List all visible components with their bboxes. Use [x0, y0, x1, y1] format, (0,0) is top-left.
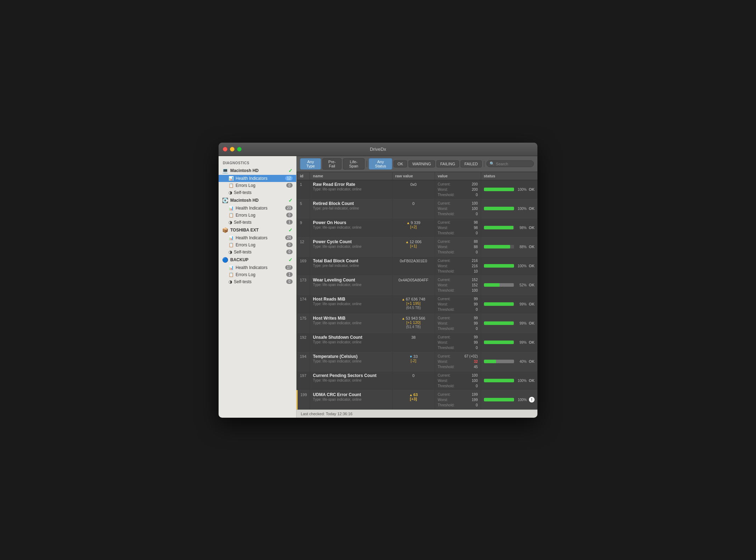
filter-any-type[interactable]: Any Type: [300, 158, 321, 170]
row-value-9: Current:67 (+02) Worst:32 Threshold:45: [435, 352, 481, 371]
attr-name-7: Host Writes MiB: [313, 316, 389, 321]
row-value-2: Current:98 Worst:98 Threshold:0: [435, 218, 481, 237]
sidebar-item-3-1[interactable]: 📋 Errors Log 1: [219, 271, 296, 278]
row-raw-5: 0x4AD05A804FF: [392, 275, 435, 295]
status-pct-10: 100%: [516, 379, 527, 383]
item-label-2-0: Health Indicators: [236, 235, 267, 240]
row-status-10: 100% OK: [481, 371, 537, 390]
sidebar: DIAGNOSTICS 💻 Macintosh HD ✓ 📊 Health In…: [219, 156, 297, 418]
filter-pre-fail[interactable]: Pre-Fail: [322, 158, 342, 170]
sidebar-item-2-2[interactable]: ◑ Self-tests 0: [219, 248, 296, 256]
status-bar-0: [484, 188, 514, 191]
filter-ok[interactable]: OK: [394, 160, 407, 167]
warn-icon-11: !: [529, 397, 535, 402]
filter-life-span[interactable]: Life-Span: [343, 158, 365, 170]
col-raw: raw value: [392, 172, 435, 180]
item-label-3-1: Errors Log: [236, 272, 255, 277]
drive-check-3: ✓: [288, 257, 293, 263]
row-status-8: 99% OK: [481, 333, 537, 352]
traffic-lights: [223, 147, 242, 152]
filter-failed[interactable]: FAILED: [461, 160, 482, 167]
row-id-0: 1: [297, 180, 310, 199]
row-status-5: 52% OK: [481, 275, 537, 295]
sidebar-drive-1[interactable]: 💽 Macintosh HD ✓: [219, 196, 296, 205]
status-bar-11: [484, 398, 514, 401]
arrow-up-11: ▲: [409, 393, 413, 397]
sidebar-drive-0[interactable]: 💻 Macintosh HD ✓: [219, 166, 296, 175]
row-name-6: Host Reads MiB Type: life-span indicator…: [310, 295, 392, 314]
badge-1-2: 1: [286, 220, 293, 224]
drive-icon-0: 💻: [222, 168, 228, 173]
row-raw-3: ▲12 006[+1]: [392, 237, 435, 256]
status-bar-5: [484, 283, 514, 287]
toolbar-separator-1: [367, 161, 367, 167]
item-label-1-0: Health Indicators: [236, 206, 267, 211]
sidebar-item-0-0[interactable]: 📊 Health Indicators 12: [219, 175, 296, 182]
row-name-1: Retired Block Count Type: pre-fail indic…: [310, 199, 392, 218]
item-label-1-2: Self-tests: [234, 220, 252, 225]
sidebar-item-1-1[interactable]: 📋 Errors Log 0: [219, 212, 296, 219]
status-pct-8: 99%: [516, 341, 527, 344]
status-pct-0: 100%: [516, 188, 527, 192]
status-ok-9: OK: [529, 359, 535, 364]
badge-1-0: 23: [285, 206, 293, 210]
sidebar-item-2-0[interactable]: 📊 Health Indicators 24: [219, 234, 296, 241]
col-name: name: [310, 172, 392, 180]
status-pct-11: 100%: [516, 398, 527, 402]
row-value-11: Current:199 Worst:199 Threshold:0: [435, 390, 481, 409]
attr-type-10: Type: life-span indicator, online: [313, 378, 389, 382]
sidebar-item-0-2[interactable]: ◑ Self-tests: [219, 189, 296, 196]
attr-name-3: Power Cycle Count: [313, 239, 389, 244]
row-name-9: Temperature (Celsius) Type: life-span in…: [310, 352, 392, 371]
search-box[interactable]: 🔍 Search: [486, 160, 534, 167]
status-pct-9: 40%: [516, 360, 527, 364]
status-pct-4: 100%: [516, 264, 527, 268]
sidebar-drive-2[interactable]: 📦 TOSHIBA EXT ✓: [219, 226, 296, 234]
sidebar-item-0-1[interactable]: 📋 Errors Log 0: [219, 182, 296, 189]
maximize-button[interactable]: [237, 147, 242, 152]
table-container: id name raw value value status 1 Raw Rea…: [297, 172, 537, 410]
row-value-4: Current:216 Worst:216 Threshold:10: [435, 256, 481, 275]
item-icon-0-1: 📋: [229, 183, 234, 188]
sidebar-item-1-0[interactable]: 📊 Health Indicators 23: [219, 205, 296, 212]
status-pct-3: 88%: [516, 245, 527, 249]
minimize-button[interactable]: [230, 147, 235, 152]
badge-3-2: 0: [286, 279, 293, 284]
row-name-7: Host Writes MiB Type: life-span indicato…: [310, 314, 392, 333]
attr-type-7: Type: life-span indicator, online: [313, 321, 389, 325]
item-icon-1-0: 📊: [229, 206, 234, 211]
filter-any-status[interactable]: Any Status: [369, 158, 392, 170]
status-ok-10: OK: [529, 378, 535, 383]
sidebar-section-label: DIAGNOSTICS: [219, 159, 296, 166]
item-icon-2-1: 📋: [229, 242, 234, 247]
attr-type-4: Type: pre-fail indicator, online: [313, 264, 389, 268]
sidebar-drive-3[interactable]: 🔵 BACKUP ✓: [219, 256, 296, 264]
row-status-1: 100% OK: [481, 199, 537, 218]
arrow-up-7: ▲: [402, 316, 405, 320]
sidebar-item-1-2[interactable]: ◑ Self-tests 1: [219, 219, 296, 226]
badge-2-0: 24: [285, 235, 293, 240]
sidebar-item-3-0[interactable]: 📊 Health Indicators 17: [219, 264, 296, 271]
badge-2-2: 0: [286, 250, 293, 254]
sidebar-item-3-2[interactable]: ◑ Self-tests 0: [219, 278, 296, 285]
row-raw-7: ▲53 943 566[+1 120](51.4 TB): [392, 314, 435, 333]
item-icon-3-2: ◑: [229, 279, 232, 284]
attr-name-1: Retired Block Count: [313, 201, 389, 206]
drive-icon-2: 📦: [222, 227, 228, 233]
item-label-0-0: Health Indicators: [236, 176, 267, 181]
sidebar-item-2-1[interactable]: 📋 Errors Log 0: [219, 241, 296, 248]
attr-name-2: Power On Hours: [313, 220, 389, 225]
status-ok-4: OK: [529, 264, 535, 268]
attr-name-11: UDMA CRC Error Count: [313, 392, 389, 397]
filter-failing[interactable]: FAILING: [436, 160, 459, 167]
row-value-7: Current:99 Worst:99 Threshold:0: [435, 314, 481, 333]
status-bar-8: [484, 341, 514, 344]
row-status-3: 88% OK: [481, 237, 537, 256]
filter-warning[interactable]: WARNING: [408, 160, 435, 167]
attr-type-11: Type: life-span indicator, online: [313, 398, 389, 401]
close-button[interactable]: [223, 147, 227, 152]
item-icon-1-1: 📋: [229, 213, 234, 218]
row-name-0: Raw Read Error Rate Type: life-span indi…: [310, 180, 392, 199]
badge-2-1: 0: [286, 242, 293, 247]
row-raw-9: ▼33[-2]: [392, 352, 435, 371]
